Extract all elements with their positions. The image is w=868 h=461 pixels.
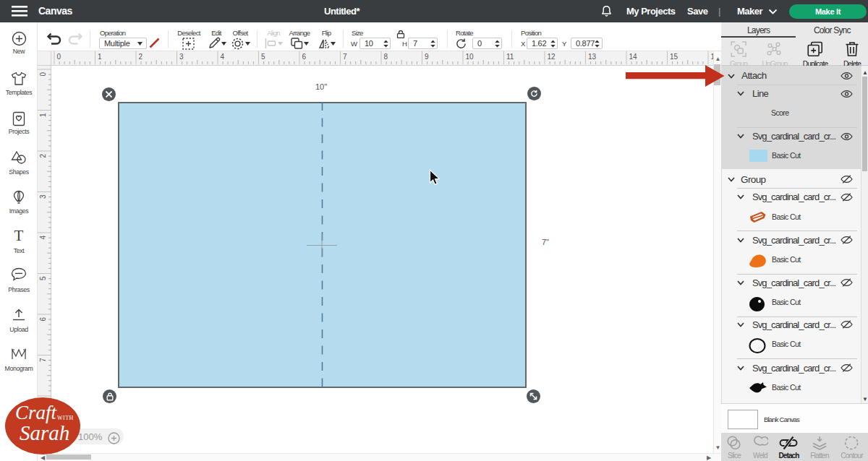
svg-text:5: 5 (261, 53, 265, 61)
svg-text:4: 4 (221, 53, 225, 61)
svg-text:2: 2 (139, 53, 143, 61)
svg-text:11: 11 (506, 53, 514, 61)
svg-text:2: 2 (39, 154, 47, 158)
svg-text:T: T (14, 228, 24, 243)
svg-text:1: 1 (98, 53, 102, 61)
svg-text:6: 6 (39, 317, 47, 322)
svg-text:14: 14 (629, 53, 638, 61)
svg-text:9: 9 (425, 53, 429, 61)
svg-text:5: 5 (39, 276, 47, 280)
svg-text:8: 8 (384, 53, 388, 61)
svg-text:10: 10 (466, 53, 475, 61)
svg-text:4: 4 (39, 236, 47, 240)
svg-text:15: 15 (670, 53, 678, 61)
svg-text:1: 1 (39, 113, 47, 117)
svg-text:0: 0 (39, 72, 47, 77)
svg-text:3: 3 (39, 194, 47, 199)
svg-text:0: 0 (57, 53, 61, 61)
svg-text:7: 7 (343, 53, 347, 61)
svg-text:3: 3 (179, 53, 184, 61)
svg-text:12: 12 (548, 53, 556, 61)
svg-text:13: 13 (588, 53, 597, 61)
svg-text:6: 6 (302, 53, 307, 61)
svg-text:7: 7 (39, 358, 47, 362)
